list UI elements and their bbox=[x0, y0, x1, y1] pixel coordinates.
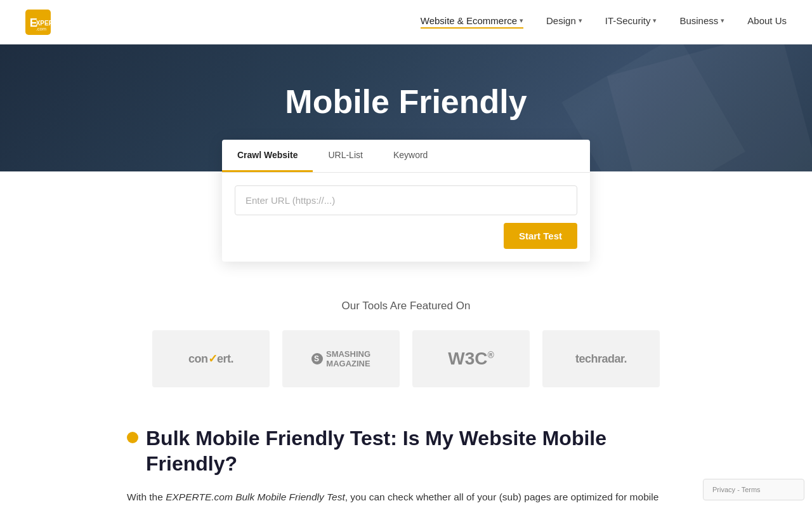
article-paragraph: With the EXPERTE.com Bulk Mobile Friendl… bbox=[127, 489, 685, 508]
nav-link-website[interactable]: Website & Ecommerce ▾ bbox=[421, 15, 523, 29]
tool-body: Start Test bbox=[222, 173, 590, 262]
tab-keyword[interactable]: Keyword bbox=[378, 140, 443, 172]
tab-crawl-website[interactable]: Crawl Website bbox=[222, 140, 313, 172]
svg-text:.com: .com bbox=[36, 26, 46, 32]
logo-card-convert: con✓ert. bbox=[152, 330, 270, 387]
nav-link-about[interactable]: About Us bbox=[747, 15, 787, 29]
svg-text:S: S bbox=[314, 354, 319, 363]
featured-heading: Our Tools Are Featured On bbox=[13, 300, 799, 312]
terms-link[interactable]: Terms bbox=[742, 486, 761, 493]
logo-link[interactable]: E XPERTE .com bbox=[25, 10, 51, 35]
partner-logo-grid: con✓ert. S SMASHINGMAGAZINE W3C® techrad… bbox=[13, 330, 799, 387]
body-text-em: EXPERTE.com Bulk Mobile Friendly Test bbox=[166, 491, 345, 502]
nav-link-design-label: Design bbox=[546, 15, 576, 26]
svg-text:XPERTE: XPERTE bbox=[36, 20, 51, 27]
navigation: E XPERTE .com Website & Ecommerce ▾ Desi… bbox=[0, 0, 812, 44]
tool-box: Crawl Website URL-List Keyword Start Tes… bbox=[222, 140, 590, 262]
techradar-logo: techradar. bbox=[575, 352, 627, 366]
article-heading: Bulk Mobile Friendly Test: Is My Website… bbox=[127, 425, 685, 476]
nav-link-website-label: Website & Ecommerce bbox=[421, 15, 517, 26]
article-section: Bulk Mobile Friendly Test: Is My Website… bbox=[0, 406, 812, 508]
chevron-down-icon: ▾ bbox=[721, 17, 724, 25]
nav-item-website: Website & Ecommerce ▾ bbox=[421, 15, 523, 29]
article-heading-text: Bulk Mobile Friendly Test: Is My Website… bbox=[146, 425, 685, 476]
nav-item-security: IT-Security ▾ bbox=[605, 15, 657, 29]
nav-item-design: Design ▾ bbox=[546, 15, 582, 29]
tab-url-list[interactable]: URL-List bbox=[313, 140, 377, 172]
heading-dot-icon bbox=[127, 432, 138, 443]
recaptcha-notice: Privacy - Terms bbox=[703, 479, 804, 500]
nav-item-about: About Us bbox=[747, 15, 787, 29]
url-input[interactable] bbox=[235, 185, 577, 215]
nav-link-security[interactable]: IT-Security ▾ bbox=[605, 15, 657, 29]
recaptcha-privacy: Privacy - Terms bbox=[712, 486, 761, 493]
smashing-s-icon: S bbox=[311, 353, 323, 364]
chevron-down-icon: ▾ bbox=[653, 17, 657, 25]
hero-title: Mobile Friendly bbox=[285, 83, 527, 121]
nav-link-business[interactable]: Business ▾ bbox=[679, 15, 724, 29]
convert-logo: con✓ert. bbox=[188, 352, 233, 366]
logo-card-techradar: techradar. bbox=[542, 330, 660, 387]
smashing-logo: S SMASHINGMAGAZINE bbox=[311, 349, 370, 368]
nav-link-design[interactable]: Design ▾ bbox=[546, 15, 582, 29]
chevron-down-icon: ▾ bbox=[520, 17, 523, 25]
body-text-start: With the bbox=[127, 491, 166, 502]
featured-section: Our Tools Are Featured On con✓ert. S SMA… bbox=[0, 262, 812, 406]
nav-link-business-label: Business bbox=[679, 15, 718, 26]
article-body: With the EXPERTE.com Bulk Mobile Friendl… bbox=[127, 489, 685, 508]
recaptcha-separator: - bbox=[737, 486, 740, 493]
tab-bar: Crawl Website URL-List Keyword bbox=[222, 140, 590, 173]
tool-box-wrapper: Crawl Website URL-List Keyword Start Tes… bbox=[0, 140, 812, 262]
nav-links: Website & Ecommerce ▾ Design ▾ IT-Securi… bbox=[421, 15, 787, 29]
logo-card-w3c: W3C® bbox=[412, 330, 530, 387]
logo-card-smashing: S SMASHINGMAGAZINE bbox=[282, 330, 400, 387]
nav-link-security-label: IT-Security bbox=[605, 15, 651, 26]
w3c-logo: W3C® bbox=[448, 349, 494, 369]
nav-link-about-label: About Us bbox=[747, 15, 787, 26]
chevron-down-icon: ▾ bbox=[579, 17, 582, 25]
logo-icon: E XPERTE .com bbox=[25, 10, 51, 35]
start-test-button[interactable]: Start Test bbox=[504, 223, 577, 249]
privacy-link[interactable]: Privacy bbox=[712, 486, 735, 493]
nav-item-business: Business ▾ bbox=[679, 15, 724, 29]
